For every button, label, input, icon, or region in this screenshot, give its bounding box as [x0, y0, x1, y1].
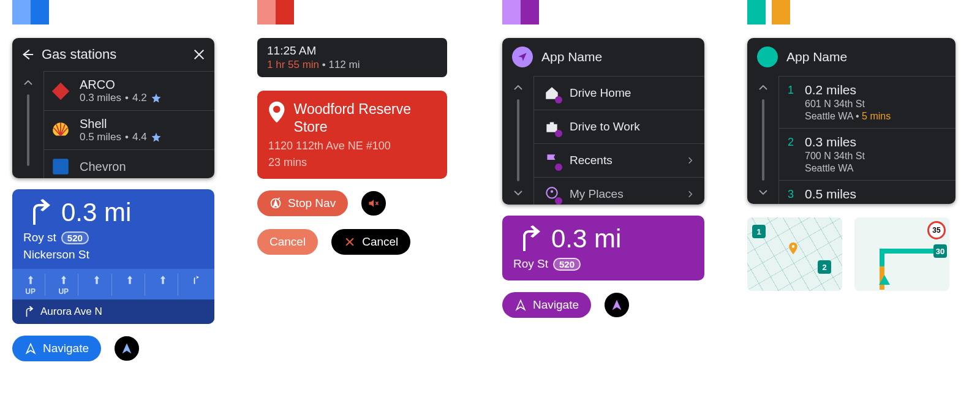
result-row[interactable]: 2 0.3 miles 700 N 34th St Seattle WA [779, 128, 956, 180]
recenter-button[interactable] [113, 335, 140, 362]
poi-row[interactable]: Shell 0.5 miles • 4.4 [44, 110, 214, 149]
svg-marker-0 [52, 82, 69, 99]
turn-card: 0.3 mi Roy St 520 [502, 216, 704, 280]
result-row[interactable]: 3 0.5 miles [779, 180, 956, 204]
svg-point-6 [551, 190, 553, 193]
menu-item-drive-work[interactable]: Drive to Work [534, 110, 704, 143]
star-icon [151, 132, 162, 143]
menu-item-recents[interactable]: Recents [534, 143, 704, 177]
navigate-button[interactable]: Navigate [12, 336, 101, 361]
close-icon[interactable] [192, 48, 206, 61]
destination-eta: 23 mins [268, 156, 436, 169]
scroll-column[interactable] [502, 76, 534, 205]
route-badge: 520 [61, 231, 89, 244]
chevron-logo-icon [50, 156, 71, 177]
turn-cross-street: Nickerson St [23, 248, 89, 261]
status-card: 11:25 AM 1 hr 55 min • 112 mi [257, 38, 447, 77]
turn-distance: 0.3 mi [551, 224, 621, 254]
home-icon [544, 85, 560, 101]
map-pin-distance: 30 [933, 244, 947, 258]
navigate-button[interactable]: Navigate [502, 292, 591, 318]
svg-point-2 [273, 106, 280, 113]
turn-right-icon [23, 198, 53, 227]
result-address: 700 N 34th St [805, 151, 865, 162]
scroll-track[interactable] [517, 99, 519, 181]
cancel-outline-button[interactable]: Cancel [330, 228, 412, 256]
turn-right-icon [22, 306, 34, 318]
destination-name: Woodford Reserve Store [294, 100, 436, 136]
svg-line-4 [277, 197, 279, 199]
color-tabs [12, 0, 214, 24]
result-number: 1 [788, 84, 796, 122]
back-icon[interactable] [21, 48, 34, 61]
eta-line: 1 hr 55 min • 112 mi [267, 59, 437, 71]
app-name: App Name [786, 50, 847, 64]
turn-right-icon [513, 224, 543, 254]
color-tabs [747, 0, 956, 24]
stop-nav-button[interactable]: Stop Nav [257, 190, 348, 216]
destination-address: 1120 112th Ave NE #100 [268, 140, 436, 152]
shell-logo-icon [50, 120, 71, 141]
next-street: Aurora Ave N [40, 306, 102, 318]
arco-logo-icon [50, 81, 71, 102]
location-pin-icon [268, 100, 285, 124]
chevron-down-icon[interactable] [513, 187, 524, 198]
turn-street: Roy St [513, 257, 548, 271]
flag-icon [544, 152, 560, 168]
poi-name: Shell [80, 117, 162, 131]
result-city: Seattle WA [805, 163, 865, 174]
poi-row[interactable]: ARCO 0.3 miles • 4.2 [44, 71, 214, 110]
poi-name: ARCO [80, 78, 162, 92]
location-arrow-icon [517, 51, 528, 62]
poi-row[interactable]: Chevron [44, 149, 214, 178]
map-pin-2[interactable]: 2 [818, 260, 831, 274]
menu-item-drive-home[interactable]: Drive Home [534, 76, 704, 110]
result-distance: 0.5 miles [805, 187, 856, 201]
turn-card: 0.3 mi Roy st 520 Nickerson St UP UP Aur… [12, 189, 214, 324]
chevron-up-icon[interactable] [758, 82, 769, 93]
turn-distance: 0.3 mi [61, 198, 131, 227]
lane-guidance: UP UP [12, 269, 214, 299]
navigate-icon [121, 342, 133, 355]
svg-point-7 [792, 245, 795, 248]
scroll-column[interactable] [747, 76, 779, 204]
scroll-column[interactable] [12, 71, 44, 178]
scroll-track[interactable] [762, 99, 764, 181]
next-turn-row: Aurora Ave N [12, 299, 214, 324]
stop-nav-icon [270, 197, 282, 209]
person-pin-icon [544, 186, 560, 202]
navigate-icon [514, 299, 527, 311]
map-pin-1[interactable]: 1 [752, 225, 766, 238]
poi-name: Chevron [80, 160, 126, 174]
poi-sub: 0.5 miles • 4.4 [80, 131, 162, 143]
turn-street: Roy st [23, 231, 56, 244]
destination-card[interactable]: Woodford Reserve Store 1120 112th Ave NE… [257, 91, 447, 179]
chevron-up-icon[interactable] [513, 82, 524, 93]
result-row[interactable]: 1 0.2 miles 601 N 34th St Seattle WA • 5… [779, 76, 956, 128]
speed-limit-badge: 35 [927, 221, 946, 239]
color-tabs [257, 0, 447, 24]
nav-cursor-icon [879, 275, 890, 285]
cancel-button[interactable]: Cancel [257, 229, 318, 255]
chevron-up-icon[interactable] [23, 77, 34, 88]
chevron-right-icon [686, 190, 695, 198]
chevron-right-icon [686, 156, 695, 165]
map-preview[interactable]: 1 2 [747, 217, 842, 291]
app-menu-card: App Name Drive Home Drive to Work [502, 38, 704, 205]
navigate-icon [611, 299, 623, 311]
scroll-track[interactable] [27, 94, 29, 166]
chevron-down-icon[interactable] [758, 187, 769, 198]
recenter-button[interactable] [603, 292, 630, 318]
result-distance: 0.3 miles [805, 135, 865, 149]
mute-button[interactable] [360, 190, 387, 217]
clock-time: 11:25 AM [267, 44, 437, 58]
poi-list-title: Gas stations [42, 47, 192, 62]
poi-list-card: Gas stations ARCO 0.3 miles • 4.2 [12, 38, 214, 178]
map-preview-route[interactable]: 35 30 [854, 217, 949, 291]
poi-sub: 0.3 miles • 4.2 [80, 92, 162, 104]
star-icon [151, 92, 162, 103]
close-icon [344, 236, 356, 248]
route-badge: 520 [553, 258, 581, 271]
result-number: 2 [788, 136, 796, 174]
menu-item-my-places[interactable]: My Places [534, 177, 704, 205]
